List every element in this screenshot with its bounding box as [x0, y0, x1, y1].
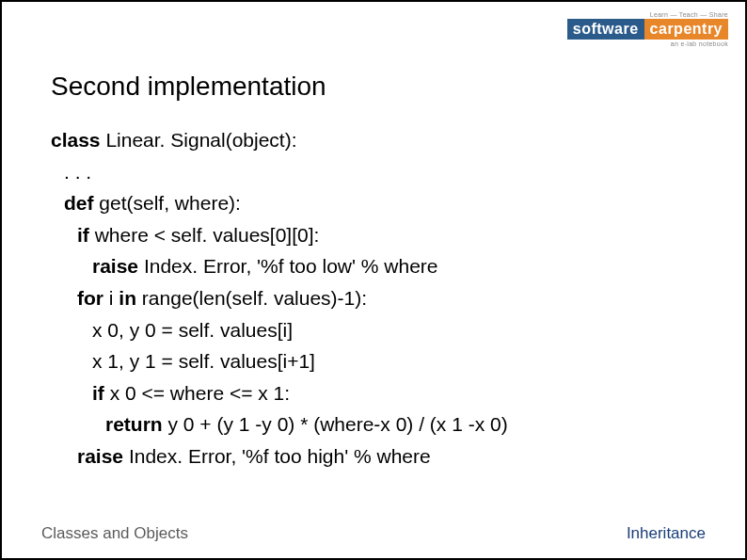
code-line-4: raise Index. Error, '%f too low' % where	[51, 250, 696, 282]
code-text: Index. Error, '%f too high' % where	[123, 445, 431, 467]
content-area: Second implementation class Linear. Sign…	[51, 72, 696, 472]
logo-tagline-bottom: an e-lab notebook	[671, 40, 728, 47]
footer: Classes and Objects Inheritance	[41, 524, 706, 543]
code-line-3: if where < self. values[0][0]:	[51, 219, 696, 251]
code-text: i	[103, 287, 119, 309]
code-line-6: x 0, y 0 = self. values[i]	[51, 314, 696, 346]
keyword-raise: raise	[92, 255, 138, 277]
code-text: Linear. Signal(object):	[101, 129, 297, 151]
code-text: y 0 + (y 1 -y 0) * (where-x 0) / (x 1 -x…	[163, 413, 508, 435]
code-line-0: class Linear. Signal(object):	[51, 124, 696, 156]
logo: Learn — Teach — Share software carpentry…	[567, 11, 728, 47]
code-line-7: x 1, y 1 = self. values[i+1]	[51, 345, 696, 377]
code-text: . . .	[64, 161, 91, 183]
code-line-5: for i in range(len(self. values)-1):	[51, 282, 696, 314]
slide-title: Second implementation	[51, 72, 696, 102]
keyword-in: in	[119, 287, 136, 309]
keyword-raise: raise	[77, 445, 123, 467]
code-text: x 0, y 0 = self. values[i]	[92, 319, 293, 341]
logo-main: software carpentry	[567, 19, 728, 40]
keyword-if: if	[77, 224, 89, 246]
code-text: x 1, y 1 = self. values[i+1]	[92, 350, 315, 372]
code-line-9: return y 0 + (y 1 -y 0) * (where-x 0) / …	[51, 408, 696, 440]
code-block: class Linear. Signal(object): . . . def …	[51, 124, 696, 472]
code-text: range(len(self. values)-1):	[136, 287, 367, 309]
keyword-if: if	[92, 382, 104, 404]
code-line-2: def get(self, where):	[51, 187, 696, 219]
footer-left: Classes and Objects	[41, 524, 188, 543]
footer-right: Inheritance	[627, 524, 706, 543]
code-text: Index. Error, '%f too low' % where	[138, 255, 438, 277]
logo-carpentry-text: carpentry	[644, 19, 728, 40]
keyword-class: class	[51, 129, 101, 151]
code-text: get(self, where):	[94, 192, 241, 214]
slide-container: Learn — Teach — Share software carpentry…	[0, 0, 747, 560]
code-text: x 0 <= where <= x 1:	[104, 382, 290, 404]
code-line-10: raise Index. Error, '%f too high' % wher…	[51, 440, 696, 472]
logo-tagline-top: Learn — Teach — Share	[650, 11, 728, 18]
code-line-1: . . .	[51, 156, 696, 188]
keyword-def: def	[64, 192, 94, 214]
code-line-8: if x 0 <= where <= x 1:	[51, 377, 696, 409]
keyword-return: return	[105, 413, 163, 435]
logo-software-text: software	[567, 19, 644, 40]
code-text: where < self. values[0][0]:	[89, 224, 320, 246]
keyword-for: for	[77, 287, 103, 309]
